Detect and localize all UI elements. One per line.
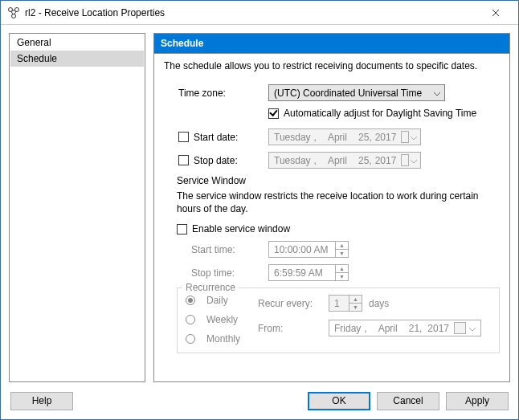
- panel-description: The schedule allows you to restrict rece…: [164, 60, 500, 71]
- start-date-checkbox[interactable]: [178, 132, 189, 142]
- recur-weekly-label: Weekly: [206, 314, 238, 325]
- recur-from-input[interactable]: Friday , April 21, 2017: [329, 320, 481, 336]
- recur-unit-label: days: [369, 298, 389, 309]
- dialog-footer: Help OK Cancel Apply: [1, 382, 518, 419]
- titlebar: rl2 - Receive Location Properties: [1, 1, 518, 25]
- recurrence-legend: Recurrence: [182, 282, 239, 293]
- apply-button[interactable]: Apply: [446, 392, 509, 410]
- recur-from-label: From:: [258, 323, 322, 334]
- dst-label: Automatically adjust for Daylight Saving…: [284, 108, 476, 119]
- chevron-down-icon: [411, 132, 417, 143]
- stop-date-input[interactable]: Tuesday , April 25, 2017: [268, 152, 421, 169]
- stop-date-checkbox[interactable]: [178, 155, 189, 165]
- enable-service-window-label: Enable service window: [192, 223, 290, 234]
- cancel-button[interactable]: Cancel: [377, 392, 439, 410]
- help-button[interactable]: Help: [10, 392, 73, 410]
- panel-body: The schedule allows you to restrict rece…: [154, 54, 509, 381]
- recur-monthly-label: Monthly: [206, 333, 240, 345]
- timezone-label: Time zone:: [164, 88, 268, 99]
- dialog-window: rl2 - Receive Location Properties Genera…: [0, 0, 519, 420]
- chevron-down-icon: [433, 88, 441, 99]
- stop-time-input[interactable]: 6:59:59 AM ▲▼: [268, 264, 349, 281]
- spinner-icon[interactable]: ▲▼: [349, 296, 362, 311]
- recur-monthly-radio[interactable]: [186, 334, 195, 344]
- chevron-down-icon: [411, 155, 417, 166]
- sidebar-item-schedule[interactable]: Schedule: [10, 51, 144, 67]
- calendar-icon: [401, 131, 409, 143]
- sidebar-nav: General Schedule: [9, 33, 145, 382]
- timezone-value: (UTC) Coordinated Universal Time: [274, 88, 433, 99]
- sidebar-item-general[interactable]: General: [10, 35, 144, 51]
- start-time-label: Start time:: [164, 244, 268, 255]
- recur-every-label: Recur every:: [258, 298, 322, 309]
- stop-time-label: Stop time:: [164, 267, 268, 279]
- svg-point-2: [12, 14, 16, 18]
- recur-daily-label: Daily: [206, 295, 228, 306]
- spinner-icon[interactable]: ▲▼: [335, 242, 348, 257]
- ok-button[interactable]: OK: [308, 392, 370, 410]
- recurrence-group: Recurrence Daily Weekly Monthly Recur ev…: [177, 287, 500, 353]
- stop-date-label: Stop date:: [194, 155, 238, 166]
- main-panel: Schedule The schedule allows you to rest…: [153, 33, 510, 382]
- spinner-icon[interactable]: ▲▼: [335, 265, 348, 280]
- service-window-group-label: Service Window: [177, 175, 500, 186]
- content-area: General Schedule Schedule The schedule a…: [1, 25, 518, 382]
- start-date-input[interactable]: Tuesday , April 25, 2017: [268, 128, 421, 145]
- calendar-icon: [454, 322, 466, 334]
- app-icon: [7, 6, 20, 19]
- start-time-input[interactable]: 10:00:00 AM ▲▼: [268, 241, 349, 258]
- panel-header: Schedule: [154, 34, 509, 54]
- window-title: rl2 - Receive Location Properties: [25, 7, 480, 18]
- svg-point-1: [15, 7, 19, 11]
- svg-point-0: [9, 7, 13, 11]
- recur-every-input[interactable]: 1 ▲▼: [329, 295, 362, 312]
- calendar-icon: [401, 154, 409, 166]
- timezone-dropdown[interactable]: (UTC) Coordinated Universal Time: [268, 84, 445, 101]
- service-window-group-desc: The service window restricts the receive…: [177, 190, 500, 215]
- dst-checkbox[interactable]: [268, 108, 279, 119]
- recur-daily-radio[interactable]: [186, 296, 195, 305]
- start-date-label: Start date:: [194, 132, 238, 143]
- chevron-down-icon: [468, 323, 477, 334]
- close-button[interactable]: [480, 2, 512, 24]
- recur-weekly-radio[interactable]: [186, 315, 195, 324]
- enable-service-window-checkbox[interactable]: [177, 224, 187, 234]
